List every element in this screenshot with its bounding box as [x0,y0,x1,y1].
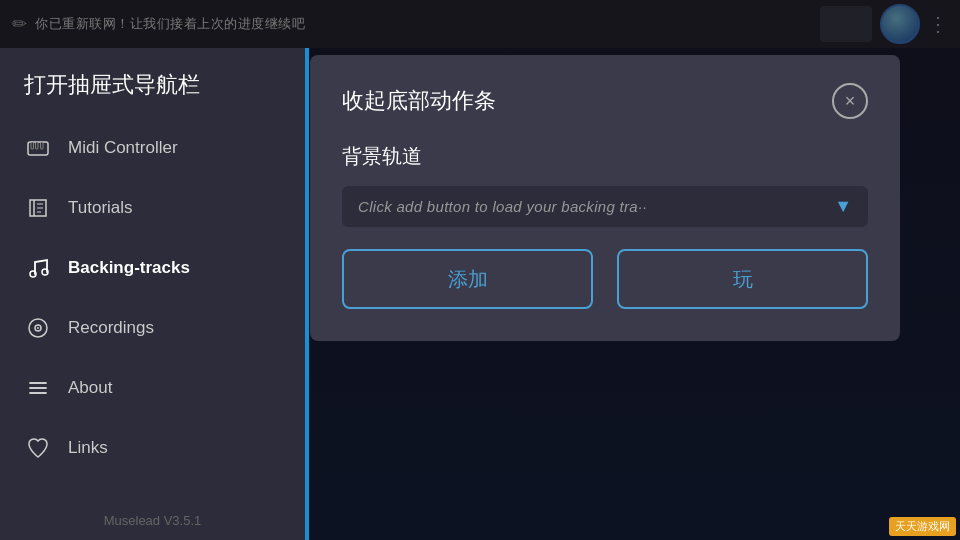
svg-rect-1 [31,142,34,149]
svg-rect-2 [36,142,39,149]
sidebar-item-about[interactable]: About [0,358,305,418]
disc-icon [24,314,52,342]
version-text: Muselead V3.5.1 [0,513,305,528]
play-button[interactable]: 玩 [617,249,868,309]
action-buttons: 添加 玩 [342,249,868,309]
svg-point-8 [37,327,39,329]
svg-rect-3 [41,142,44,149]
sidebar-item-backing-tracks[interactable]: Backing-tracks [0,238,305,298]
sidebar-item-label-about: About [68,378,112,398]
midi-icon [24,134,52,162]
sidebar-item-label-backing-tracks: Backing-tracks [68,258,190,278]
sidebar-item-label-links: Links [68,438,108,458]
add-button[interactable]: 添加 [342,249,593,309]
sidebar-item-recordings[interactable]: Recordings [0,298,305,358]
sidebar-item-tutorials[interactable]: Tutorials [0,178,305,238]
sidebar-item-label-recordings: Recordings [68,318,154,338]
music-icon [24,254,52,282]
select-placeholder-text: Click add button to load your backing tr… [358,198,826,215]
sidebar-item-label-tutorials: Tutorials [68,198,133,218]
watermark: 天天游戏网 [889,517,956,536]
sidebar-item-midi-controller[interactable]: Midi Controller [0,118,305,178]
modal-title: 收起底部动作条 [342,86,496,116]
modal-close-button[interactable]: × [832,83,868,119]
sidebar-item-links[interactable]: Links [0,418,305,478]
backing-track-select[interactable]: Click add button to load your backing tr… [342,186,868,227]
section-title: 背景轨道 [342,143,868,170]
drawer-title: 打开抽屉式导航栏 [0,60,305,118]
drawer-divider [305,48,309,540]
sidebar-item-label-midi: Midi Controller [68,138,178,158]
chevron-down-icon[interactable]: ▼ [834,196,852,217]
modal-header: 收起底部动作条 × [342,83,868,119]
book-icon [24,194,52,222]
heart-icon [24,434,52,462]
modal-dialog: 收起底部动作条 × 背景轨道 Click add button to load … [310,55,900,341]
menu-icon [24,374,52,402]
drawer-sidebar: 打开抽屉式导航栏 Midi Controller Tutorials [0,48,305,540]
